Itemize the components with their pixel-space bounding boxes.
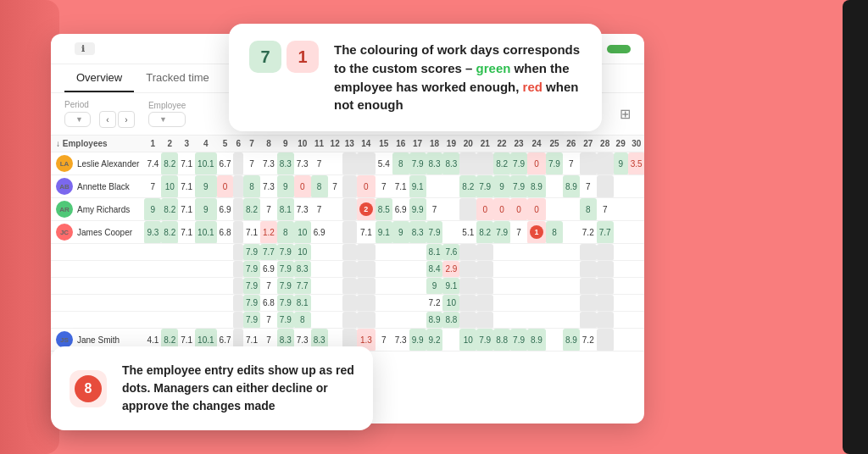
day-cell[interactable]: 7.3 (392, 329, 409, 352)
day-cell[interactable] (597, 244, 614, 261)
tab-tracked-time[interactable]: Tracked time (134, 64, 221, 92)
day-cell[interactable]: 8.3 (426, 152, 443, 175)
day-cell[interactable] (580, 295, 597, 312)
day-cell[interactable] (376, 295, 392, 312)
day-cell[interactable]: 9 (144, 198, 161, 221)
day-cell[interactable]: 0 (510, 198, 527, 221)
day-cell[interactable]: 8.1 (426, 244, 443, 261)
day-cell[interactable]: 7.4 (144, 152, 161, 175)
day-cell[interactable]: 1.2 (260, 221, 277, 244)
day-cell[interactable]: 7 (580, 175, 597, 198)
day-cell[interactable]: 7.2 (580, 329, 597, 352)
day-cell[interactable] (342, 312, 357, 329)
day-cell[interactable] (476, 152, 493, 175)
day-cell[interactable]: 7.1 (243, 221, 260, 244)
day-cell[interactable] (409, 295, 426, 312)
day-cell[interactable]: 8 (580, 198, 597, 221)
day-cell[interactable] (597, 329, 614, 352)
day-cell[interactable]: 7 (597, 198, 614, 221)
day-cell[interactable] (233, 198, 243, 221)
prev-period-button[interactable]: ‹ (99, 111, 116, 128)
day-cell[interactable] (597, 278, 614, 295)
day-cell[interactable]: 9 (493, 175, 510, 198)
day-cell[interactable]: 7.1 (178, 175, 195, 198)
day-cell[interactable] (563, 261, 580, 278)
day-cell[interactable] (628, 278, 644, 295)
day-cell[interactable]: 8.2 (161, 221, 178, 244)
day-cell[interactable] (527, 278, 546, 295)
day-cell[interactable] (426, 175, 443, 198)
day-cell[interactable]: 8.3 (294, 261, 311, 278)
day-cell[interactable] (328, 261, 342, 278)
day-cell[interactable] (342, 221, 357, 244)
day-cell[interactable] (546, 198, 563, 221)
day-cell[interactable] (342, 198, 357, 221)
day-cell[interactable]: 7.1 (357, 221, 376, 244)
day-cell[interactable] (328, 312, 342, 329)
day-cell[interactable] (628, 175, 644, 198)
day-cell[interactable] (580, 278, 597, 295)
day-cell[interactable]: 2 (357, 198, 376, 221)
day-cell[interactable] (342, 261, 357, 278)
day-cell[interactable] (342, 175, 357, 198)
day-cell[interactable]: 8 (277, 221, 294, 244)
day-cell[interactable] (614, 278, 628, 295)
day-cell[interactable]: 7 (260, 278, 277, 295)
day-cell[interactable] (563, 278, 580, 295)
day-cell[interactable] (342, 152, 357, 175)
day-cell[interactable] (527, 261, 546, 278)
day-cell[interactable] (459, 312, 476, 329)
day-cell[interactable] (442, 175, 459, 198)
day-cell[interactable]: 6.9 (260, 261, 277, 278)
day-cell[interactable]: 8 (294, 312, 311, 329)
day-cell[interactable] (628, 261, 644, 278)
day-cell[interactable] (328, 198, 342, 221)
calendar-icon[interactable]: ⊞ (620, 106, 631, 122)
day-cell[interactable] (392, 312, 409, 329)
day-cell[interactable]: 9.9 (409, 198, 426, 221)
day-cell[interactable]: 8.2 (243, 198, 260, 221)
day-cell[interactable] (527, 295, 546, 312)
day-cell[interactable] (178, 278, 195, 295)
day-cell[interactable]: 8.1 (294, 295, 311, 312)
day-cell[interactable]: 8.8 (493, 329, 510, 352)
day-cell[interactable] (328, 152, 342, 175)
day-cell[interactable]: 7 (376, 175, 392, 198)
day-cell[interactable]: 3.5 (628, 152, 644, 175)
day-cell[interactable]: 7 (260, 312, 277, 329)
day-cell[interactable] (217, 261, 234, 278)
day-cell[interactable] (233, 175, 243, 198)
day-cell[interactable] (144, 244, 161, 261)
day-cell[interactable] (459, 295, 476, 312)
day-cell[interactable] (195, 295, 216, 312)
day-cell[interactable] (217, 312, 234, 329)
day-cell[interactable] (510, 244, 527, 261)
day-cell[interactable]: 7.9 (409, 152, 426, 175)
day-cell[interactable]: 8.3 (277, 152, 294, 175)
day-cell[interactable] (580, 244, 597, 261)
day-cell[interactable] (510, 261, 527, 278)
day-cell[interactable]: 7.9 (243, 295, 260, 312)
day-cell[interactable] (614, 295, 628, 312)
day-cell[interactable]: 7.3 (294, 152, 311, 175)
day-cell[interactable]: 0 (217, 175, 234, 198)
day-cell[interactable]: 6.9 (311, 221, 328, 244)
day-cell[interactable]: 7 (328, 175, 342, 198)
day-cell[interactable]: 7.9 (277, 261, 294, 278)
day-cell[interactable] (442, 198, 459, 221)
day-cell[interactable] (328, 295, 342, 312)
day-cell[interactable] (546, 261, 563, 278)
day-cell[interactable] (459, 278, 476, 295)
day-cell[interactable] (311, 244, 328, 261)
day-cell[interactable] (597, 175, 614, 198)
day-cell[interactable] (597, 261, 614, 278)
day-cell[interactable] (233, 244, 243, 261)
day-cell[interactable] (409, 261, 426, 278)
day-cell[interactable]: 10 (459, 329, 476, 352)
day-cell[interactable] (628, 198, 644, 221)
day-cell[interactable] (563, 221, 580, 244)
day-cell[interactable]: 7.9 (426, 221, 443, 244)
day-cell[interactable] (476, 295, 493, 312)
day-cell[interactable] (311, 261, 328, 278)
day-cell[interactable] (311, 278, 328, 295)
